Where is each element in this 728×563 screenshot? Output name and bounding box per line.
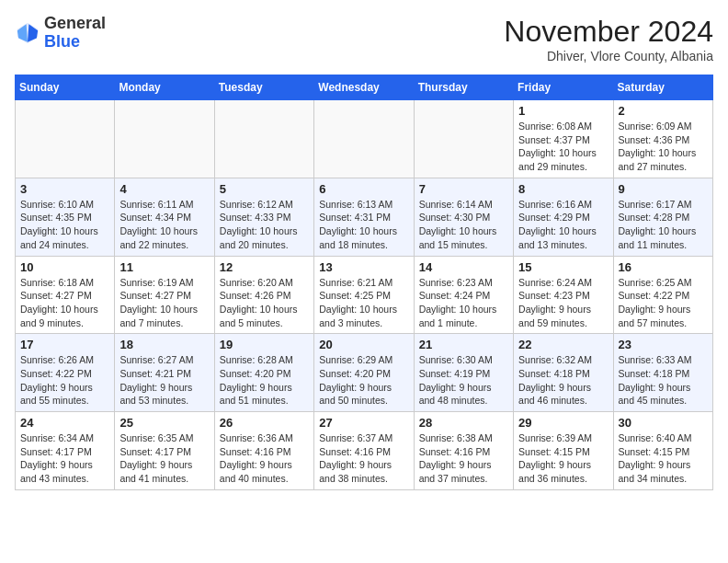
day-info: Sunrise: 6:19 AM Sunset: 4:27 PM Dayligh…	[119, 276, 209, 330]
calendar-week-2: 3Sunrise: 6:10 AM Sunset: 4:35 PM Daylig…	[16, 178, 713, 256]
calendar-cell: 16Sunrise: 6:25 AM Sunset: 4:22 PM Dayli…	[613, 256, 712, 334]
day-number: 26	[220, 416, 309, 430]
logo-blue: Blue	[44, 32, 80, 51]
day-number: 2	[619, 104, 708, 118]
calendar-cell: 23Sunrise: 6:33 AM Sunset: 4:18 PM Dayli…	[613, 334, 712, 412]
day-info: Sunrise: 6:10 AM Sunset: 4:35 PM Dayligh…	[20, 198, 109, 252]
day-number: 28	[419, 416, 508, 430]
logo-text: General Blue	[44, 15, 106, 52]
day-number: 21	[419, 338, 508, 351]
calendar-cell: 27Sunrise: 6:37 AM Sunset: 4:16 PM Dayli…	[314, 412, 414, 490]
calendar-cell: 21Sunrise: 6:30 AM Sunset: 4:19 PM Dayli…	[414, 334, 513, 412]
calendar-cell: 10Sunrise: 6:18 AM Sunset: 4:27 PM Dayli…	[16, 256, 115, 334]
calendar-table: SundayMondayTuesdayWednesdayThursdayFrid…	[15, 75, 713, 490]
day-number: 30	[619, 416, 708, 430]
day-number: 5	[220, 182, 309, 196]
calendar-cell: 7Sunrise: 6:14 AM Sunset: 4:30 PM Daylig…	[414, 178, 513, 256]
logo-icon	[15, 20, 40, 46]
day-info: Sunrise: 6:26 AM Sunset: 4:22 PM Dayligh…	[20, 353, 109, 408]
day-number: 20	[319, 338, 408, 351]
calendar-cell: 17Sunrise: 6:26 AM Sunset: 4:22 PM Dayli…	[16, 334, 115, 412]
day-info: Sunrise: 6:08 AM Sunset: 4:37 PM Dayligh…	[518, 120, 608, 174]
day-number: 12	[220, 260, 309, 274]
calendar-cell: 12Sunrise: 6:20 AM Sunset: 4:26 PM Dayli…	[214, 256, 313, 334]
day-info: Sunrise: 6:38 AM Sunset: 4:16 PM Dayligh…	[419, 431, 508, 486]
calendar-cell: 6Sunrise: 6:13 AM Sunset: 4:31 PM Daylig…	[314, 178, 414, 256]
header-wednesday: Wednesday	[314, 75, 414, 100]
calendar-cell: 15Sunrise: 6:24 AM Sunset: 4:23 PM Dayli…	[514, 256, 613, 334]
day-number: 17	[20, 338, 109, 351]
calendar-cell: 25Sunrise: 6:35 AM Sunset: 4:17 PM Dayli…	[115, 412, 214, 490]
day-number: 23	[619, 338, 708, 351]
day-info: Sunrise: 6:17 AM Sunset: 4:28 PM Dayligh…	[619, 198, 708, 252]
day-info: Sunrise: 6:13 AM Sunset: 4:31 PM Dayligh…	[319, 198, 408, 252]
day-info: Sunrise: 6:18 AM Sunset: 4:27 PM Dayligh…	[20, 276, 109, 330]
calendar-cell: 2Sunrise: 6:09 AM Sunset: 4:36 PM Daylig…	[613, 100, 712, 178]
day-info: Sunrise: 6:35 AM Sunset: 4:17 PM Dayligh…	[119, 431, 209, 486]
calendar-cell: 1Sunrise: 6:08 AM Sunset: 4:37 PM Daylig…	[514, 100, 613, 178]
day-number: 3	[20, 182, 109, 196]
day-info: Sunrise: 6:14 AM Sunset: 4:30 PM Dayligh…	[419, 198, 508, 252]
calendar-cell: 14Sunrise: 6:23 AM Sunset: 4:24 PM Dayli…	[414, 256, 513, 334]
calendar-cell: 19Sunrise: 6:28 AM Sunset: 4:20 PM Dayli…	[214, 334, 313, 412]
calendar-cell	[115, 100, 214, 178]
day-number: 9	[619, 182, 708, 196]
calendar-week-1: 1Sunrise: 6:08 AM Sunset: 4:37 PM Daylig…	[16, 100, 713, 178]
calendar-week-5: 24Sunrise: 6:34 AM Sunset: 4:17 PM Dayli…	[16, 412, 713, 490]
day-number: 27	[319, 416, 408, 430]
header-monday: Monday	[115, 75, 214, 100]
calendar-cell: 30Sunrise: 6:40 AM Sunset: 4:15 PM Dayli…	[613, 412, 712, 490]
day-number: 22	[518, 338, 608, 351]
day-number: 6	[319, 182, 408, 196]
day-info: Sunrise: 6:40 AM Sunset: 4:15 PM Dayligh…	[619, 431, 708, 486]
title-block: November 2024 Dhiver, Vlore County, Alba…	[504, 15, 713, 63]
calendar-week-3: 10Sunrise: 6:18 AM Sunset: 4:27 PM Dayli…	[16, 256, 713, 334]
header-sunday: Sunday	[16, 75, 115, 100]
day-number: 29	[518, 416, 608, 430]
day-info: Sunrise: 6:39 AM Sunset: 4:15 PM Dayligh…	[518, 431, 608, 486]
calendar-header-row: SundayMondayTuesdayWednesdayThursdayFrid…	[16, 75, 713, 100]
day-info: Sunrise: 6:20 AM Sunset: 4:26 PM Dayligh…	[220, 276, 309, 330]
day-info: Sunrise: 6:23 AM Sunset: 4:24 PM Dayligh…	[419, 276, 508, 330]
day-number: 1	[518, 104, 608, 118]
calendar-cell: 13Sunrise: 6:21 AM Sunset: 4:25 PM Dayli…	[314, 256, 414, 334]
header-saturday: Saturday	[613, 75, 712, 100]
day-info: Sunrise: 6:36 AM Sunset: 4:16 PM Dayligh…	[220, 431, 309, 486]
day-number: 10	[20, 260, 109, 274]
day-number: 14	[419, 260, 508, 274]
page-header: General Blue November 2024 Dhiver, Vlore…	[15, 15, 713, 63]
calendar-cell: 22Sunrise: 6:32 AM Sunset: 4:18 PM Dayli…	[514, 334, 613, 412]
header-tuesday: Tuesday	[214, 75, 313, 100]
day-info: Sunrise: 6:30 AM Sunset: 4:19 PM Dayligh…	[419, 353, 508, 408]
calendar-cell: 3Sunrise: 6:10 AM Sunset: 4:35 PM Daylig…	[16, 178, 115, 256]
header-friday: Friday	[514, 75, 613, 100]
day-number: 18	[119, 338, 209, 351]
logo-general: General	[44, 14, 106, 32]
day-number: 7	[419, 182, 508, 196]
logo: General Blue	[15, 15, 106, 52]
day-number: 24	[20, 416, 109, 430]
day-info: Sunrise: 6:33 AM Sunset: 4:18 PM Dayligh…	[619, 353, 708, 408]
day-number: 11	[119, 260, 209, 274]
calendar-cell: 18Sunrise: 6:27 AM Sunset: 4:21 PM Dayli…	[115, 334, 214, 412]
calendar-cell: 8Sunrise: 6:16 AM Sunset: 4:29 PM Daylig…	[514, 178, 613, 256]
day-number: 8	[518, 182, 608, 196]
calendar-cell	[314, 100, 414, 178]
calendar-cell: 28Sunrise: 6:38 AM Sunset: 4:16 PM Dayli…	[414, 412, 513, 490]
calendar-cell: 29Sunrise: 6:39 AM Sunset: 4:15 PM Dayli…	[514, 412, 613, 490]
day-number: 15	[518, 260, 608, 274]
day-number: 13	[319, 260, 408, 274]
calendar-cell: 4Sunrise: 6:11 AM Sunset: 4:34 PM Daylig…	[115, 178, 214, 256]
calendar-cell: 11Sunrise: 6:19 AM Sunset: 4:27 PM Dayli…	[115, 256, 214, 334]
day-info: Sunrise: 6:34 AM Sunset: 4:17 PM Dayligh…	[20, 431, 109, 486]
day-info: Sunrise: 6:27 AM Sunset: 4:21 PM Dayligh…	[119, 353, 209, 408]
calendar-cell	[214, 100, 313, 178]
calendar-cell	[414, 100, 513, 178]
day-number: 25	[119, 416, 209, 430]
header-thursday: Thursday	[414, 75, 513, 100]
day-info: Sunrise: 6:16 AM Sunset: 4:29 PM Dayligh…	[518, 198, 608, 252]
day-info: Sunrise: 6:21 AM Sunset: 4:25 PM Dayligh…	[319, 276, 408, 330]
day-info: Sunrise: 6:12 AM Sunset: 4:33 PM Dayligh…	[220, 198, 309, 252]
calendar-cell: 26Sunrise: 6:36 AM Sunset: 4:16 PM Dayli…	[214, 412, 313, 490]
day-info: Sunrise: 6:09 AM Sunset: 4:36 PM Dayligh…	[619, 120, 708, 174]
